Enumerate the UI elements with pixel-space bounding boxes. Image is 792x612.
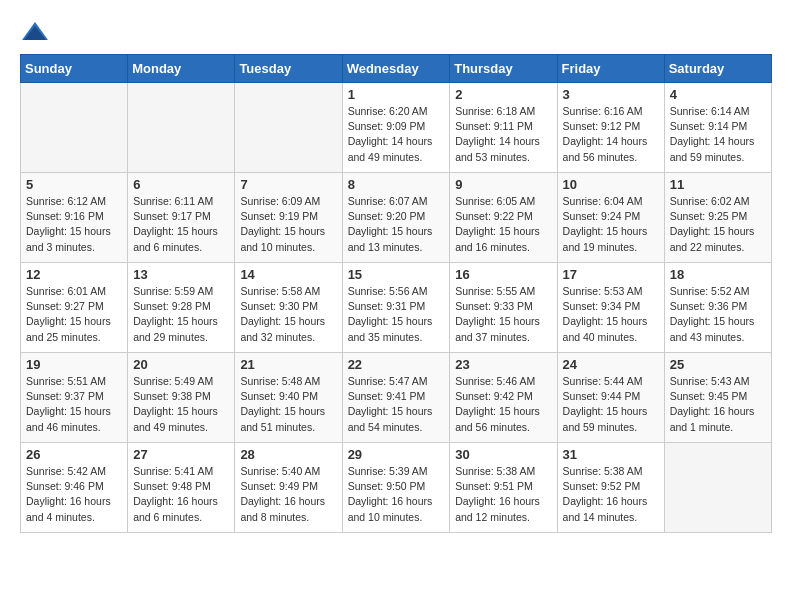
day-number: 5 — [26, 177, 122, 192]
calendar-cell: 9Sunrise: 6:05 AMSunset: 9:22 PMDaylight… — [450, 173, 557, 263]
logo — [20, 20, 54, 44]
day-info: Sunrise: 5:55 AMSunset: 9:33 PMDaylight:… — [455, 284, 551, 345]
day-info: Sunrise: 5:59 AMSunset: 9:28 PMDaylight:… — [133, 284, 229, 345]
day-number: 16 — [455, 267, 551, 282]
day-number: 23 — [455, 357, 551, 372]
calendar-cell: 17Sunrise: 5:53 AMSunset: 9:34 PMDayligh… — [557, 263, 664, 353]
calendar-table: SundayMondayTuesdayWednesdayThursdayFrid… — [20, 54, 772, 533]
day-number: 6 — [133, 177, 229, 192]
day-info: Sunrise: 5:40 AMSunset: 9:49 PMDaylight:… — [240, 464, 336, 525]
day-info: Sunrise: 5:39 AMSunset: 9:50 PMDaylight:… — [348, 464, 445, 525]
calendar-cell: 1Sunrise: 6:20 AMSunset: 9:09 PMDaylight… — [342, 83, 450, 173]
day-info: Sunrise: 6:20 AMSunset: 9:09 PMDaylight:… — [348, 104, 445, 165]
calendar-cell: 21Sunrise: 5:48 AMSunset: 9:40 PMDayligh… — [235, 353, 342, 443]
day-info: Sunrise: 5:41 AMSunset: 9:48 PMDaylight:… — [133, 464, 229, 525]
day-number: 24 — [563, 357, 659, 372]
day-info: Sunrise: 5:51 AMSunset: 9:37 PMDaylight:… — [26, 374, 122, 435]
day-number: 31 — [563, 447, 659, 462]
day-number: 12 — [26, 267, 122, 282]
day-info: Sunrise: 5:38 AMSunset: 9:51 PMDaylight:… — [455, 464, 551, 525]
day-info: Sunrise: 6:11 AMSunset: 9:17 PMDaylight:… — [133, 194, 229, 255]
calendar-week-row: 5Sunrise: 6:12 AMSunset: 9:16 PMDaylight… — [21, 173, 772, 263]
day-info: Sunrise: 5:56 AMSunset: 9:31 PMDaylight:… — [348, 284, 445, 345]
calendar-cell: 14Sunrise: 5:58 AMSunset: 9:30 PMDayligh… — [235, 263, 342, 353]
calendar-week-row: 1Sunrise: 6:20 AMSunset: 9:09 PMDaylight… — [21, 83, 772, 173]
calendar-week-row: 12Sunrise: 6:01 AMSunset: 9:27 PMDayligh… — [21, 263, 772, 353]
day-info: Sunrise: 5:52 AMSunset: 9:36 PMDaylight:… — [670, 284, 766, 345]
day-info: Sunrise: 6:05 AMSunset: 9:22 PMDaylight:… — [455, 194, 551, 255]
day-number: 14 — [240, 267, 336, 282]
calendar-cell: 3Sunrise: 6:16 AMSunset: 9:12 PMDaylight… — [557, 83, 664, 173]
weekday-header: Thursday — [450, 55, 557, 83]
day-info: Sunrise: 6:04 AMSunset: 9:24 PMDaylight:… — [563, 194, 659, 255]
day-number: 18 — [670, 267, 766, 282]
day-info: Sunrise: 5:49 AMSunset: 9:38 PMDaylight:… — [133, 374, 229, 435]
day-info: Sunrise: 5:47 AMSunset: 9:41 PMDaylight:… — [348, 374, 445, 435]
day-number: 17 — [563, 267, 659, 282]
calendar-cell: 28Sunrise: 5:40 AMSunset: 9:49 PMDayligh… — [235, 443, 342, 533]
day-info: Sunrise: 6:01 AMSunset: 9:27 PMDaylight:… — [26, 284, 122, 345]
day-info: Sunrise: 6:18 AMSunset: 9:11 PMDaylight:… — [455, 104, 551, 165]
calendar-cell: 15Sunrise: 5:56 AMSunset: 9:31 PMDayligh… — [342, 263, 450, 353]
day-info: Sunrise: 6:16 AMSunset: 9:12 PMDaylight:… — [563, 104, 659, 165]
day-number: 1 — [348, 87, 445, 102]
day-info: Sunrise: 5:46 AMSunset: 9:42 PMDaylight:… — [455, 374, 551, 435]
day-number: 2 — [455, 87, 551, 102]
day-info: Sunrise: 5:58 AMSunset: 9:30 PMDaylight:… — [240, 284, 336, 345]
calendar-cell: 27Sunrise: 5:41 AMSunset: 9:48 PMDayligh… — [128, 443, 235, 533]
day-number: 26 — [26, 447, 122, 462]
day-number: 10 — [563, 177, 659, 192]
calendar-cell: 31Sunrise: 5:38 AMSunset: 9:52 PMDayligh… — [557, 443, 664, 533]
day-info: Sunrise: 5:38 AMSunset: 9:52 PMDaylight:… — [563, 464, 659, 525]
calendar-cell: 8Sunrise: 6:07 AMSunset: 9:20 PMDaylight… — [342, 173, 450, 263]
day-info: Sunrise: 5:48 AMSunset: 9:40 PMDaylight:… — [240, 374, 336, 435]
calendar-cell — [21, 83, 128, 173]
calendar-cell: 4Sunrise: 6:14 AMSunset: 9:14 PMDaylight… — [664, 83, 771, 173]
day-number: 21 — [240, 357, 336, 372]
calendar-cell: 18Sunrise: 5:52 AMSunset: 9:36 PMDayligh… — [664, 263, 771, 353]
weekday-header: Monday — [128, 55, 235, 83]
day-info: Sunrise: 6:02 AMSunset: 9:25 PMDaylight:… — [670, 194, 766, 255]
calendar-cell: 26Sunrise: 5:42 AMSunset: 9:46 PMDayligh… — [21, 443, 128, 533]
day-number: 9 — [455, 177, 551, 192]
day-info: Sunrise: 6:14 AMSunset: 9:14 PMDaylight:… — [670, 104, 766, 165]
calendar-cell: 11Sunrise: 6:02 AMSunset: 9:25 PMDayligh… — [664, 173, 771, 263]
calendar-cell — [664, 443, 771, 533]
day-info: Sunrise: 5:44 AMSunset: 9:44 PMDaylight:… — [563, 374, 659, 435]
day-info: Sunrise: 6:12 AMSunset: 9:16 PMDaylight:… — [26, 194, 122, 255]
day-number: 3 — [563, 87, 659, 102]
weekday-header: Wednesday — [342, 55, 450, 83]
day-number: 15 — [348, 267, 445, 282]
calendar-cell: 13Sunrise: 5:59 AMSunset: 9:28 PMDayligh… — [128, 263, 235, 353]
day-number: 11 — [670, 177, 766, 192]
calendar-cell — [128, 83, 235, 173]
calendar-cell: 19Sunrise: 5:51 AMSunset: 9:37 PMDayligh… — [21, 353, 128, 443]
day-info: Sunrise: 5:53 AMSunset: 9:34 PMDaylight:… — [563, 284, 659, 345]
calendar-cell: 22Sunrise: 5:47 AMSunset: 9:41 PMDayligh… — [342, 353, 450, 443]
calendar-cell: 2Sunrise: 6:18 AMSunset: 9:11 PMDaylight… — [450, 83, 557, 173]
page-header — [20, 20, 772, 44]
day-number: 19 — [26, 357, 122, 372]
calendar-cell: 6Sunrise: 6:11 AMSunset: 9:17 PMDaylight… — [128, 173, 235, 263]
calendar-week-row: 19Sunrise: 5:51 AMSunset: 9:37 PMDayligh… — [21, 353, 772, 443]
calendar-cell: 20Sunrise: 5:49 AMSunset: 9:38 PMDayligh… — [128, 353, 235, 443]
calendar-week-row: 26Sunrise: 5:42 AMSunset: 9:46 PMDayligh… — [21, 443, 772, 533]
day-info: Sunrise: 5:42 AMSunset: 9:46 PMDaylight:… — [26, 464, 122, 525]
calendar-cell: 10Sunrise: 6:04 AMSunset: 9:24 PMDayligh… — [557, 173, 664, 263]
day-number: 25 — [670, 357, 766, 372]
day-info: Sunrise: 5:43 AMSunset: 9:45 PMDaylight:… — [670, 374, 766, 435]
day-number: 29 — [348, 447, 445, 462]
calendar-cell: 12Sunrise: 6:01 AMSunset: 9:27 PMDayligh… — [21, 263, 128, 353]
weekday-header: Friday — [557, 55, 664, 83]
calendar-cell: 25Sunrise: 5:43 AMSunset: 9:45 PMDayligh… — [664, 353, 771, 443]
calendar-cell: 24Sunrise: 5:44 AMSunset: 9:44 PMDayligh… — [557, 353, 664, 443]
calendar-cell: 5Sunrise: 6:12 AMSunset: 9:16 PMDaylight… — [21, 173, 128, 263]
day-number: 27 — [133, 447, 229, 462]
day-number: 30 — [455, 447, 551, 462]
calendar-cell: 7Sunrise: 6:09 AMSunset: 9:19 PMDaylight… — [235, 173, 342, 263]
logo-icon — [20, 20, 50, 44]
calendar-cell: 29Sunrise: 5:39 AMSunset: 9:50 PMDayligh… — [342, 443, 450, 533]
day-info: Sunrise: 6:09 AMSunset: 9:19 PMDaylight:… — [240, 194, 336, 255]
day-number: 7 — [240, 177, 336, 192]
weekday-header: Tuesday — [235, 55, 342, 83]
